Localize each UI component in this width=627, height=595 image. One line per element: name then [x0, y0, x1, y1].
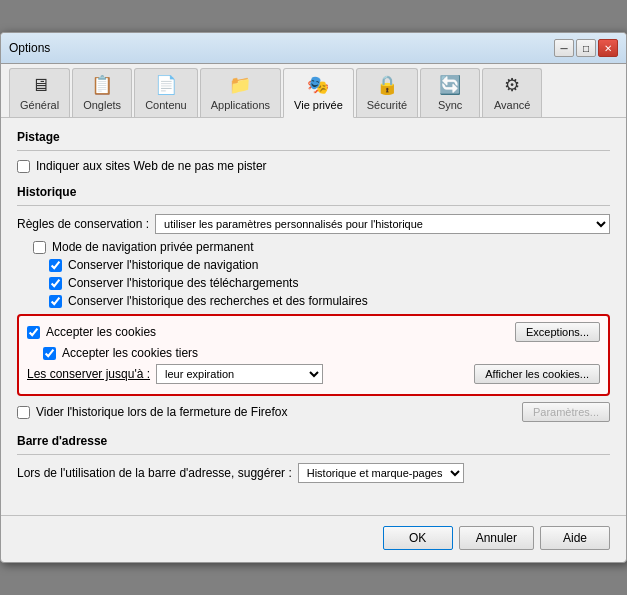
accepter-tiers-checkbox[interactable] [43, 347, 56, 360]
afficher-cookies-button[interactable]: Afficher les cookies... [474, 364, 600, 384]
tab-avance-label: Avancé [494, 99, 531, 111]
barre-row: Lors de l'utilisation de la barre d'adre… [17, 463, 610, 483]
tab-sync-label: Sync [438, 99, 462, 111]
minimize-button[interactable]: ─ [554, 39, 574, 57]
tab-avance[interactable]: ⚙ Avancé [482, 68, 542, 117]
historique-title: Historique [17, 185, 610, 199]
regles-select[interactable]: utiliser les paramètres personnalisés po… [155, 214, 610, 234]
accepter-cookies-checkbox[interactable] [27, 326, 40, 339]
sync-icon: 🔄 [438, 73, 462, 97]
conserver-jusqua-left: Les conserver jusqu'à : leur expiration … [27, 364, 323, 384]
onglets-icon: 📋 [90, 73, 114, 97]
conserver-nav-row: Conserver l'historique de navigation [49, 258, 610, 272]
navprivee-label: Mode de navigation privée permanent [52, 240, 253, 254]
conserver-jusqua-label: Les conserver jusqu'à : [27, 367, 150, 381]
vider-historique-row: Vider l'historique lors de la fermeture … [17, 402, 610, 422]
exceptions-button[interactable]: Exceptions... [515, 322, 600, 342]
conserver-nav-checkbox[interactable] [49, 259, 62, 272]
pistage-title: Pistage [17, 130, 610, 144]
tab-general-label: Général [20, 99, 59, 111]
annuler-button[interactable]: Annuler [459, 526, 534, 550]
tab-general[interactable]: 🖥 Général [9, 68, 70, 117]
tab-contenu-label: Contenu [145, 99, 187, 111]
vider-historique-left: Vider l'historique lors de la fermeture … [17, 405, 288, 419]
tab-onglets-label: Onglets [83, 99, 121, 111]
conserver-tel-row: Conserver l'historique des téléchargemen… [49, 276, 610, 290]
accepter-tiers-row: Accepter les cookies tiers [43, 346, 600, 360]
content-area: Pistage Indiquer aux sites Web de ne pas… [1, 118, 626, 511]
pistage-checkbox-row: Indiquer aux sites Web de ne pas me pist… [17, 159, 610, 173]
regles-label: Règles de conservation : [17, 217, 149, 231]
accepter-cookies-label: Accepter les cookies [46, 325, 156, 339]
general-icon: 🖥 [28, 73, 52, 97]
footer: OK Annuler Aide [1, 515, 626, 562]
conserver-rech-label: Conserver l'historique des recherches et… [68, 294, 368, 308]
pistage-checkbox[interactable] [17, 160, 30, 173]
conserver-rech-row: Conserver l'historique des recherches et… [49, 294, 610, 308]
ok-button[interactable]: OK [383, 526, 453, 550]
pistage-section: Pistage Indiquer aux sites Web de ne pas… [17, 130, 610, 173]
vider-historique-checkbox[interactable] [17, 406, 30, 419]
tab-applications[interactable]: 📁 Applications [200, 68, 281, 117]
avance-icon: ⚙ [500, 73, 524, 97]
barre-section: Barre d'adresse Lors de l'utilisation de… [17, 434, 610, 483]
vieprivee-icon: 🎭 [306, 73, 330, 97]
historique-divider [17, 205, 610, 206]
tab-sync[interactable]: 🔄 Sync [420, 68, 480, 117]
options-window: Options ─ □ ✕ 🖥 Général 📋 Onglets 📄 Cont… [0, 32, 627, 563]
tab-securite-label: Sécurité [367, 99, 407, 111]
tab-securite[interactable]: 🔒 Sécurité [356, 68, 418, 117]
accepter-cookies-row: Accepter les cookies Exceptions... [27, 322, 600, 342]
maximize-button[interactable]: □ [576, 39, 596, 57]
tabs-bar: 🖥 Général 📋 Onglets 📄 Contenu 📁 Applicat… [1, 64, 626, 118]
aide-button[interactable]: Aide [540, 526, 610, 550]
accepter-cookies-left: Accepter les cookies [27, 325, 156, 339]
navprivee-row: Mode de navigation privée permanent [33, 240, 610, 254]
vider-historique-label: Vider l'historique lors de la fermeture … [36, 405, 288, 419]
pistage-divider [17, 150, 610, 151]
title-bar: Options ─ □ ✕ [1, 33, 626, 64]
barre-title: Barre d'adresse [17, 434, 610, 448]
regles-row: Règles de conservation : utiliser les pa… [17, 214, 610, 234]
applications-icon: 📁 [228, 73, 252, 97]
historique-section: Historique Règles de conservation : util… [17, 185, 610, 422]
cookies-highlight-box: Accepter les cookies Exceptions... Accep… [17, 314, 610, 396]
barre-divider [17, 454, 610, 455]
securite-icon: 🔒 [375, 73, 399, 97]
conserver-tel-checkbox[interactable] [49, 277, 62, 290]
window-title: Options [9, 41, 50, 55]
contenu-icon: 📄 [154, 73, 178, 97]
barre-select[interactable]: Historique et marque-pages Historique Ma… [298, 463, 464, 483]
conserver-jusqua-row: Les conserver jusqu'à : leur expiration … [27, 364, 600, 384]
conserver-rech-checkbox[interactable] [49, 295, 62, 308]
tab-vieprivee-label: Vie privée [294, 99, 343, 111]
parametres-button[interactable]: Paramètres... [522, 402, 610, 422]
conserver-nav-label: Conserver l'historique de navigation [68, 258, 258, 272]
close-button[interactable]: ✕ [598, 39, 618, 57]
navprivee-checkbox[interactable] [33, 241, 46, 254]
conserver-jusqua-select[interactable]: leur expiration la fermeture de Firefox … [156, 364, 323, 384]
pistage-label: Indiquer aux sites Web de ne pas me pist… [36, 159, 267, 173]
title-bar-controls: ─ □ ✕ [554, 39, 618, 57]
tab-contenu[interactable]: 📄 Contenu [134, 68, 198, 117]
conserver-tel-label: Conserver l'historique des téléchargemen… [68, 276, 298, 290]
tab-applications-label: Applications [211, 99, 270, 111]
tab-onglets[interactable]: 📋 Onglets [72, 68, 132, 117]
tab-vieprivee[interactable]: 🎭 Vie privée [283, 68, 354, 118]
accepter-tiers-label: Accepter les cookies tiers [62, 346, 198, 360]
barre-lors-label: Lors de l'utilisation de la barre d'adre… [17, 466, 292, 480]
